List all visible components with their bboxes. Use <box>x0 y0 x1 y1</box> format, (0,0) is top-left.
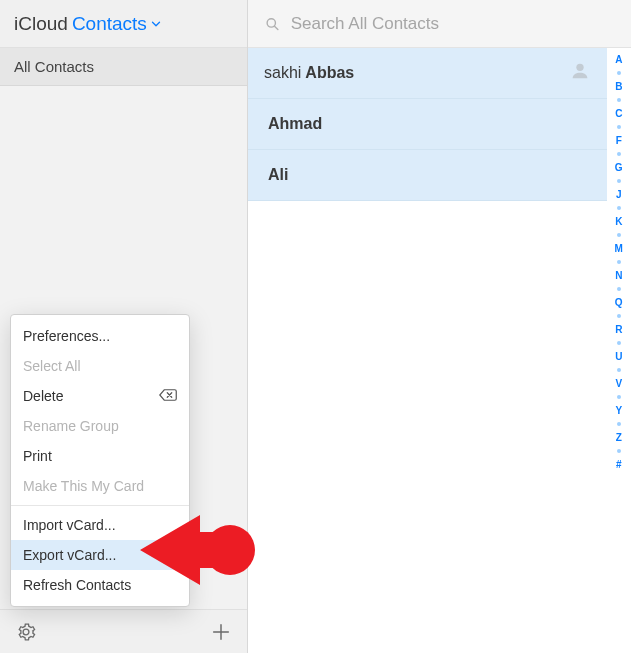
index-letter[interactable]: M <box>615 243 624 254</box>
alpha-index[interactable]: ABCFGJKMNQRUVYZ# <box>607 48 631 653</box>
contact-last: Abbas <box>305 64 354 82</box>
contact-list-wrap: sakhiAbbasAhmadAli ABCFGJKMNQRUVYZ# <box>248 48 631 653</box>
search-input[interactable] <box>291 14 615 34</box>
menu-item[interactable]: Export vCard... <box>11 540 189 570</box>
index-dot <box>617 98 621 102</box>
contact-list[interactable]: sakhiAbbasAhmadAli <box>248 48 607 653</box>
index-letter[interactable]: # <box>616 459 622 470</box>
menu-item-label: Print <box>23 448 52 464</box>
menu-item-label: Preferences... <box>23 328 110 344</box>
svg-point-2 <box>576 64 583 71</box>
app-root: iCloud Contacts All Contacts <box>0 0 631 653</box>
chevron-down-icon <box>149 17 163 31</box>
brand-label: iCloud <box>14 13 68 35</box>
index-letter[interactable]: U <box>615 351 623 362</box>
menu-item[interactable]: Refresh Contacts <box>11 570 189 600</box>
menu-item-label: Select All <box>23 358 81 374</box>
add-button[interactable] <box>209 620 233 644</box>
menu-item-label: Delete <box>23 388 63 404</box>
index-dot <box>617 260 621 264</box>
index-dot <box>617 125 621 129</box>
sidebar-header[interactable]: iCloud Contacts <box>0 0 247 48</box>
index-dot <box>617 206 621 210</box>
menu-item[interactable]: Delete <box>11 381 189 411</box>
index-dot <box>617 314 621 318</box>
contact-last: Ali <box>268 166 288 184</box>
menu-item: Make This My Card <box>11 471 189 501</box>
menu-separator <box>11 505 189 506</box>
sidebar-footer <box>0 609 247 653</box>
menu-item-label: Import vCard... <box>23 517 116 533</box>
index-dot <box>617 449 621 453</box>
group-label: All Contacts <box>14 58 94 75</box>
app-name-dropdown[interactable]: Contacts <box>72 13 163 35</box>
svg-point-0 <box>267 18 275 26</box>
svg-line-1 <box>275 26 278 29</box>
index-dot <box>617 341 621 345</box>
menu-item-label: Refresh Contacts <box>23 577 131 593</box>
index-letter[interactable]: G <box>615 162 623 173</box>
menu-item[interactable]: Preferences... <box>11 321 189 351</box>
search-icon <box>264 15 281 33</box>
index-dot <box>617 179 621 183</box>
settings-button[interactable] <box>14 620 38 644</box>
menu-item[interactable]: Print <box>11 441 189 471</box>
group-item-all-contacts[interactable]: All Contacts <box>0 48 247 86</box>
contact-row[interactable]: Ali <box>248 150 607 201</box>
gear-icon <box>16 622 36 642</box>
index-dot <box>617 233 621 237</box>
avatar-icon <box>569 60 591 86</box>
index-letter[interactable]: V <box>615 378 622 389</box>
menu-item-label: Rename Group <box>23 418 119 434</box>
app-name-label: Contacts <box>72 13 147 35</box>
contact-last: Ahmad <box>268 115 322 133</box>
index-letter[interactable]: N <box>615 270 623 281</box>
contact-row[interactable]: Ahmad <box>248 99 607 150</box>
backspace-icon <box>159 388 177 405</box>
index-letter[interactable]: Y <box>615 405 622 416</box>
index-letter[interactable]: Q <box>615 297 623 308</box>
index-dot <box>617 422 621 426</box>
search-bar <box>248 0 631 48</box>
plus-icon <box>210 621 232 643</box>
index-dot <box>617 287 621 291</box>
index-letter[interactable]: J <box>616 189 622 200</box>
index-letter[interactable]: Z <box>616 432 623 443</box>
index-letter[interactable]: C <box>615 108 623 119</box>
menu-item: Select All <box>11 351 189 381</box>
index-letter[interactable]: B <box>615 81 623 92</box>
contact-row[interactable]: sakhiAbbas <box>248 48 607 99</box>
index-dot <box>617 368 621 372</box>
contact-first: sakhi <box>264 64 301 82</box>
group-list: All Contacts <box>0 48 247 86</box>
index-dot <box>617 152 621 156</box>
settings-menu: Preferences...Select AllDeleteRename Gro… <box>10 314 190 607</box>
index-dot <box>617 71 621 75</box>
index-dot <box>617 395 621 399</box>
index-letter[interactable]: R <box>615 324 623 335</box>
menu-item-label: Make This My Card <box>23 478 144 494</box>
index-letter[interactable]: A <box>615 54 623 65</box>
menu-item[interactable]: Import vCard... <box>11 510 189 540</box>
menu-item: Rename Group <box>11 411 189 441</box>
menu-item-label: Export vCard... <box>23 547 116 563</box>
index-letter[interactable]: K <box>615 216 623 227</box>
index-letter[interactable]: F <box>616 135 623 146</box>
main-panel: sakhiAbbasAhmadAli ABCFGJKMNQRUVYZ# <box>248 0 631 653</box>
